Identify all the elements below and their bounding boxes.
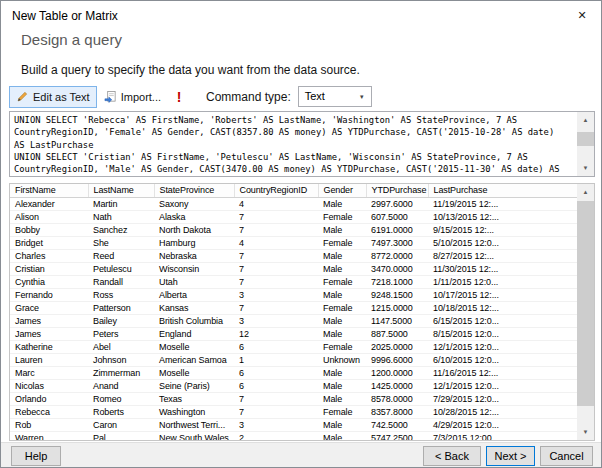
grid-cell: Northwest Terri... <box>154 418 234 431</box>
table-row[interactable]: CynthiaRandallUtah7Female7218.10001/11/2… <box>10 275 577 288</box>
grid-cell: 1200.0000 <box>366 366 428 379</box>
grid-cell: 3470.0000 <box>366 262 428 275</box>
table-row[interactable]: LaurenJohnsonAmerican Samoa1Unknown9996.… <box>10 353 577 366</box>
grid-cell: Roberts <box>88 405 154 418</box>
command-type-value: Text <box>305 90 325 102</box>
table-row[interactable]: RobCaronNorthwest Terri...3Male742.50004… <box>10 418 577 431</box>
table-row[interactable]: RebeccaRobertsWashington7Female8357.8000… <box>10 405 577 418</box>
table-row[interactable]: GracePattersonKansas7Female1215.000010/1… <box>10 301 577 314</box>
table-row[interactable]: NicolasAnandSeine (Paris)6Male1425.00001… <box>10 379 577 392</box>
table-row[interactable]: BobbySanchezNorth Dakota7Male6191.00009/… <box>10 223 577 236</box>
grid-cell: Male <box>318 314 366 327</box>
grid-cell: 7 <box>234 405 318 418</box>
grid-cell: 6 <box>234 379 318 392</box>
grid-cell: Pal <box>88 431 154 440</box>
help-button[interactable]: Help <box>11 446 61 466</box>
query-scrollbar-thumb[interactable] <box>577 132 594 146</box>
column-header-ytdpurchase[interactable]: YTDPurchase <box>366 184 428 197</box>
grid-cell: Nicolas <box>10 379 88 392</box>
grid-cell: 7/3/2015 12:00... <box>428 431 577 440</box>
grid-cell: 6 <box>234 366 318 379</box>
close-icon[interactable]: ✕ <box>569 5 595 25</box>
grid-scrollbar[interactable]: ▲ ▼ <box>577 184 594 440</box>
grid-cell: Female <box>318 210 366 223</box>
command-type-select[interactable]: Text ▾ <box>298 86 372 107</box>
chevron-down-icon: ▾ <box>354 88 370 105</box>
grid-cell: 607.5000 <box>366 210 428 223</box>
grid-cell: Moselle <box>154 340 234 353</box>
grid-cell: 10/18/2015 12:... <box>428 301 577 314</box>
grid-cell: Male <box>318 223 366 236</box>
column-header-gender[interactable]: Gender <box>318 184 366 197</box>
table-row[interactable]: FernandoRossAlberta3Male9248.150010/17/2… <box>10 288 577 301</box>
grid-cell: 3 <box>234 314 318 327</box>
grid-cell: Charles <box>10 249 88 262</box>
grid-cell: James <box>10 327 88 340</box>
grid-cell: North Dakota <box>154 223 234 236</box>
table-row[interactable]: JamesPetersEngland12Male887.50008/15/201… <box>10 327 577 340</box>
table-row[interactable]: AlexanderMartinSaxony4Male2997.600011/19… <box>10 197 577 210</box>
grid-cell: Caron <box>88 418 154 431</box>
grid-cell: Patterson <box>88 301 154 314</box>
scroll-up-icon[interactable]: ▲ <box>577 184 594 200</box>
grid-cell: Peters <box>88 327 154 340</box>
table-row[interactable]: AlisonNathAlaska7Female607.500010/13/201… <box>10 210 577 223</box>
title-bar: New Table or Matrix ✕ <box>1 1 601 29</box>
query-scrollbar[interactable]: ▲ ▼ <box>577 112 594 176</box>
table-row[interactable]: BridgetSheHamburg4Female7497.30005/10/20… <box>10 236 577 249</box>
grid-cell: Zimmerman <box>88 366 154 379</box>
grid-cell: 1 <box>234 353 318 366</box>
table-row[interactable]: OrlandoRomeoTexas7Male8578.00007/29/2015… <box>10 392 577 405</box>
grid-cell: Cynthia <box>10 275 88 288</box>
grid-cell: Male <box>318 288 366 301</box>
grid-cell: 8/15/2015 12:0... <box>428 327 577 340</box>
pencil-icon <box>16 90 29 103</box>
grid-scrollbar-thumb[interactable] <box>577 201 594 406</box>
column-header-lastpurchase[interactable]: LastPurchase <box>428 184 577 197</box>
grid-cell: 7218.1000 <box>366 275 428 288</box>
scroll-down-icon[interactable]: ▼ <box>577 424 594 440</box>
grid-cell: 10/28/2015 12:... <box>428 405 577 418</box>
table-row[interactable]: CristianPetulescuWisconsin7Male3470.0000… <box>10 262 577 275</box>
grid-cell: 10/13/2015 12:... <box>428 210 577 223</box>
cancel-button[interactable]: Cancel <box>540 446 593 466</box>
grid-cell: Male <box>318 418 366 431</box>
import-button[interactable]: Import... <box>97 86 168 108</box>
grid-cell: Alison <box>10 210 88 223</box>
next-button[interactable]: Next > <box>486 446 535 466</box>
table-row[interactable]: CharlesReedNebraska7Male8772.00008/27/20… <box>10 249 577 262</box>
grid-cell: 9996.6000 <box>366 353 428 366</box>
grid-cell: 7 <box>234 301 318 314</box>
grid-cell: American Samoa <box>154 353 234 366</box>
column-header-lastname[interactable]: LastName <box>88 184 154 197</box>
grid-cell: Alberta <box>154 288 234 301</box>
scroll-down-icon[interactable]: ▼ <box>577 160 594 176</box>
back-button[interactable]: < Back <box>423 446 481 466</box>
grid-cell: Randall <box>88 275 154 288</box>
grid-cell: 2 <box>234 431 318 440</box>
grid-cell: Petulescu <box>88 262 154 275</box>
table-row[interactable]: JamesBaileyBritish Columbia3Male1147.500… <box>10 314 577 327</box>
column-header-firstname[interactable]: FirstName <box>10 184 88 197</box>
table-row[interactable]: WarrenPalNew South Wales2Male5747.25007/… <box>10 431 577 440</box>
grid-cell: 12/1/2015 12:0... <box>428 340 577 353</box>
query-editor[interactable]: UNION SELECT 'Rebecca' AS FirstName, 'Ro… <box>9 111 595 177</box>
grid-cell: England <box>154 327 234 340</box>
grid-cell: 7 <box>234 249 318 262</box>
column-header-countryregionid[interactable]: CountryRegionID <box>234 184 318 197</box>
query-toolbar: Edit as Text Import... ! Command type: T… <box>9 85 593 108</box>
grid-cell: 4 <box>234 197 318 210</box>
page-title: Design a query <box>21 31 122 48</box>
table-row[interactable]: KatherineAbelMoselle6Female2025.000012/1… <box>10 340 577 353</box>
grid-cell: 1147.5000 <box>366 314 428 327</box>
run-query-icon[interactable]: ! <box>168 86 190 108</box>
grid-cell: 7 <box>234 275 318 288</box>
column-header-stateprovince[interactable]: StateProvince <box>154 184 234 197</box>
scroll-up-icon[interactable]: ▲ <box>577 112 594 128</box>
table-row[interactable]: MarcZimmermanMoselle6Male1200.000011/16/… <box>10 366 577 379</box>
query-text[interactable]: UNION SELECT 'Rebecca' AS FirstName, 'Ro… <box>11 113 576 175</box>
grid-cell: 5/10/2015 12:0... <box>428 236 577 249</box>
grid-cell: Marc <box>10 366 88 379</box>
grid-cell: 11/16/2015 12:... <box>428 366 577 379</box>
edit-as-text-button[interactable]: Edit as Text <box>9 86 97 108</box>
